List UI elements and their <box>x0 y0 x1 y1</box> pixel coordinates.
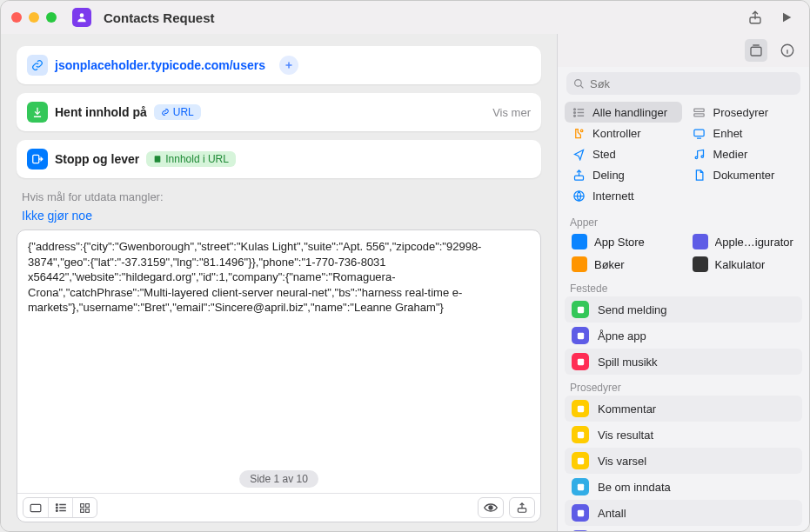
category-item[interactable]: Dokumenter <box>686 164 803 185</box>
category-item[interactable]: Sted <box>565 143 682 164</box>
category-icon <box>572 168 586 182</box>
fallback-label: Hvis mål for utdata mangler: <box>18 190 541 203</box>
procedures-section-label: Prosedyrer <box>558 375 809 396</box>
category-icon <box>572 105 586 119</box>
action-item[interactable]: Be om inndata <box>565 474 802 500</box>
svg-point-6 <box>56 507 57 509</box>
categories-grid: Alle handlingerProsedyrerKontrollerEnhet… <box>558 100 809 209</box>
apps-grid: App StoreApple…iguratorBøkerKalkulator <box>558 230 809 276</box>
content-param-pill[interactable]: Innhold i URL <box>146 151 236 167</box>
svg-rect-11 <box>86 509 90 512</box>
action-item[interactable]: Vis varsel <box>565 448 802 474</box>
app-icon <box>693 256 708 272</box>
category-item[interactable]: Enhet <box>686 123 803 143</box>
svg-rect-28 <box>577 306 583 312</box>
action-icon <box>572 530 589 531</box>
action-item[interactable]: Kommentar <box>565 396 802 422</box>
info-tab-button[interactable] <box>776 39 799 62</box>
category-label: Alle handlinger <box>592 106 667 119</box>
action-item[interactable]: Send melding <box>565 296 802 323</box>
category-label: Dokumenter <box>713 169 775 182</box>
svg-rect-3 <box>155 156 161 163</box>
svg-rect-23 <box>694 130 704 136</box>
fallback-action-button[interactable]: Ikke gjør noe <box>18 209 541 223</box>
category-icon <box>572 189 586 203</box>
action-label: Vis varsel <box>598 455 646 468</box>
action-item[interactable]: Spill musikk <box>565 349 802 375</box>
app-item[interactable]: Apple…igurator <box>686 230 803 253</box>
app-icon <box>572 234 587 249</box>
close-button[interactable] <box>11 12 22 23</box>
actions-sidebar: Alle handlingerProsedyrerKontrollerEnhet… <box>557 34 809 531</box>
minimize-button[interactable] <box>29 12 39 23</box>
action-item[interactable]: Vis resultat <box>565 422 802 448</box>
svg-rect-14 <box>751 47 761 56</box>
library-tab-button[interactable] <box>745 39 767 62</box>
category-item[interactable]: Prosedyrer <box>686 102 803 123</box>
action-item[interactable]: Åpne app <box>565 323 802 349</box>
svg-point-24 <box>695 156 698 159</box>
apps-section-label: Apper <box>558 209 809 230</box>
action-item[interactable]: Velg fra meny <box>565 526 802 531</box>
category-item[interactable]: Medier <box>686 143 803 164</box>
link-icon <box>27 55 48 76</box>
svg-rect-32 <box>577 431 583 437</box>
view-list-button[interactable] <box>48 498 72 517</box>
pager-chip[interactable]: Side 1 av 10 <box>239 470 318 488</box>
window-title: Contacts Request <box>104 10 215 25</box>
output-pager: Side 1 av 10 <box>17 465 540 493</box>
svg-point-7 <box>56 510 57 512</box>
svg-point-19 <box>573 115 575 116</box>
url-block[interactable]: jsonplaceholder.typicode.com/users <box>17 46 541 84</box>
action-item[interactable]: Antall <box>565 500 802 526</box>
action-icon <box>572 478 589 495</box>
svg-rect-21 <box>694 113 704 116</box>
category-icon <box>572 126 586 140</box>
workflow-editor: jsonplaceholder.typicode.com/users Hent … <box>1 34 557 531</box>
app-icon <box>72 8 91 27</box>
svg-point-18 <box>573 111 575 113</box>
view-mode-group <box>23 497 97 518</box>
category-label: Internett <box>592 190 634 203</box>
category-label: Enhet <box>713 127 743 140</box>
category-label: Prosedyrer <box>713 106 769 119</box>
svg-point-0 <box>80 13 84 17</box>
url-text[interactable]: jsonplaceholder.typicode.com/users <box>55 58 265 72</box>
app-item[interactable]: Bøker <box>565 253 682 276</box>
app-icon <box>572 256 587 272</box>
search-field[interactable] <box>566 72 800 95</box>
category-item[interactable]: Alle handlinger <box>565 102 682 123</box>
svg-rect-9 <box>86 503 90 507</box>
view-single-button[interactable] <box>23 498 48 517</box>
quicklook-button[interactable] <box>479 498 503 517</box>
get-contents-block[interactable]: Hent innhold på URL Vis mer <box>17 93 541 131</box>
svg-point-22 <box>580 130 583 132</box>
output-share-button[interactable] <box>510 498 534 517</box>
app-item[interactable]: App Store <box>565 230 682 253</box>
maximize-button[interactable] <box>46 12 57 23</box>
svg-rect-4 <box>30 504 41 511</box>
svg-point-17 <box>573 108 575 110</box>
add-url-button[interactable] <box>279 56 298 75</box>
show-more-button[interactable]: Vis mer <box>492 106 531 119</box>
svg-rect-2 <box>33 155 39 163</box>
stop-output-block[interactable]: Stopp og lever Innhold i URL <box>17 140 541 178</box>
app-item[interactable]: Kalkulator <box>686 253 803 276</box>
output-text[interactable]: {"address":{"city":"Gwenborough","street… <box>17 230 540 465</box>
category-icon <box>693 147 706 161</box>
svg-rect-34 <box>577 483 583 489</box>
action-icon <box>572 400 589 417</box>
exit-icon <box>27 149 48 170</box>
search-input[interactable] <box>590 77 793 90</box>
action-icon <box>572 504 589 522</box>
app-icon <box>693 234 708 249</box>
category-item[interactable]: Deling <box>565 164 682 185</box>
category-item[interactable]: Internett <box>565 185 682 206</box>
view-grid-button[interactable] <box>72 498 97 517</box>
share-button[interactable] <box>743 5 767 30</box>
category-item[interactable]: Kontroller <box>565 123 682 143</box>
pinned-section-label: Festede <box>558 276 809 296</box>
run-button[interactable] <box>774 5 799 30</box>
url-param-pill[interactable]: URL <box>154 104 201 120</box>
action-icon <box>572 426 589 443</box>
